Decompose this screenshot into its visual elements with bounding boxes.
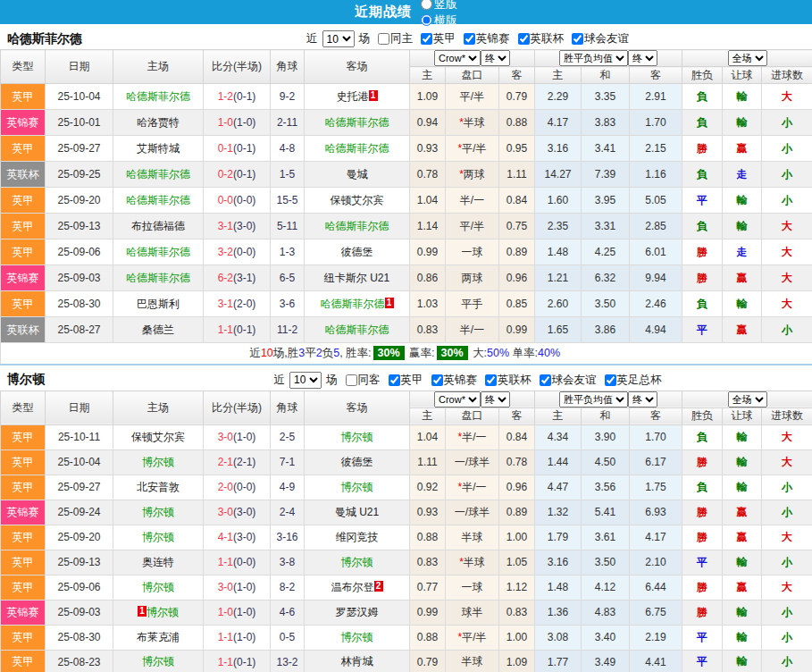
away-team-cell[interactable]: 林肯城 <box>305 650 410 672</box>
away-team-cell[interactable]: 博尔顿 <box>305 424 410 449</box>
away-team-cell[interactable]: 曼城 U21 <box>305 500 410 525</box>
team-link[interactable]: 布莱克浦 <box>137 631 180 643</box>
team-link[interactable]: 哈德斯菲尔德 <box>126 90 190 103</box>
match-count-select[interactable]: 10 <box>289 372 322 389</box>
odds-time-select[interactable]: 终 <box>481 391 510 407</box>
home-team-cell[interactable]: 哈德斯菲尔德 <box>113 188 204 214</box>
home-team-cell[interactable]: 哈德斯菲尔德 <box>113 84 204 110</box>
away-team-cell[interactable]: 博尔顿 <box>305 550 410 575</box>
home-team-cell[interactable]: 博尔顿 <box>113 650 204 672</box>
layout-radio[interactable] <box>421 0 432 10</box>
away-team-cell[interactable]: 纽卡斯尔 U21 <box>305 265 410 291</box>
home-team-cell[interactable]: 博尔顿 <box>113 500 204 525</box>
away-team-cell[interactable]: 维冈竞技 <box>305 525 410 550</box>
team-link[interactable]: 林肯城 <box>341 655 373 668</box>
team-link[interactable]: 哈德斯菲尔德 <box>321 298 385 310</box>
away-team-cell[interactable]: 哈德斯菲尔德 <box>305 214 410 239</box>
league-filter[interactable]: 英联杯 <box>480 373 532 388</box>
scope-select[interactable]: 全场 <box>728 391 767 407</box>
team-link[interactable]: 彼德堡 <box>341 456 373 468</box>
home-team-cell[interactable]: 艾斯特城 <box>113 136 204 162</box>
league-filter[interactable]: 英锦赛 <box>458 31 510 46</box>
team-link[interactable]: 奥连特 <box>142 556 174 568</box>
layout-radio-option[interactable]: 竖版 <box>415 0 457 13</box>
team-link[interactable]: 艾斯特城 <box>137 142 180 155</box>
team-link[interactable]: 哈德斯菲尔德 <box>126 194 190 206</box>
away-team-cell[interactable]: 博尔顿 <box>305 475 410 500</box>
team-link[interactable]: 保顿艾尔宾 <box>331 194 384 206</box>
layout-radio-option[interactable]: 横版 <box>415 13 457 29</box>
mean-type-select[interactable]: 胜平负均值 <box>559 50 628 66</box>
odds-time-select[interactable]: 终 <box>481 50 510 66</box>
league-filter-checkbox[interactable] <box>572 33 583 45</box>
away-team-cell[interactable]: 保顿艾尔宾 <box>305 188 410 214</box>
league-filter[interactable]: 球会友谊 <box>566 31 629 46</box>
league-filter-checkbox[interactable] <box>431 374 443 386</box>
home-team-cell[interactable]: 博尔顿 <box>113 449 204 475</box>
team-link[interactable]: 哈德斯菲尔德 <box>325 220 389 232</box>
home-team-cell[interactable]: 博尔顿 <box>113 525 204 550</box>
team-link[interactable]: 布拉德福德 <box>131 220 185 232</box>
team-link[interactable]: 博尔顿 <box>341 631 373 643</box>
mean-time-select[interactable]: 终 <box>628 391 657 407</box>
same-venue-checkbox[interactable] <box>378 33 389 45</box>
home-team-cell[interactable]: 巴恩斯利 <box>113 291 204 317</box>
home-team-cell[interactable]: 布拉德福德 <box>113 214 204 239</box>
home-team-cell[interactable]: 哈德斯菲尔德 <box>113 265 204 291</box>
team-link[interactable]: 曼城 <box>347 168 368 181</box>
league-filter-checkbox[interactable] <box>421 33 432 45</box>
same-venue-filter[interactable]: 同客 <box>340 373 381 388</box>
team-link[interactable]: 史托港 <box>337 90 369 103</box>
home-team-cell[interactable]: 保顿艾尔宾 <box>113 424 204 449</box>
away-team-cell[interactable]: 哈德斯菲尔德 <box>305 110 410 136</box>
away-team-cell[interactable]: 哈德斯菲尔德 <box>305 136 410 162</box>
away-team-cell[interactable]: 哈德斯菲尔德1 <box>305 291 410 317</box>
team-link[interactable]: 哈德斯菲尔德 <box>126 246 190 258</box>
team-link[interactable]: 博尔顿 <box>142 456 174 468</box>
league-filter-checkbox[interactable] <box>389 374 400 386</box>
league-filter[interactable]: 英联杯 <box>513 31 565 46</box>
mean-time-select[interactable]: 终 <box>628 50 657 66</box>
team-link[interactable]: 哈德斯菲尔德 <box>325 116 389 129</box>
odds-company-select[interactable]: Crow* <box>434 391 481 407</box>
team-link[interactable]: 保顿艾尔宾 <box>131 431 185 443</box>
league-filter-checkbox[interactable] <box>540 374 551 386</box>
league-filter[interactable]: 英甲 <box>383 373 423 388</box>
team-link[interactable]: 北安普敦 <box>137 481 180 493</box>
team-link[interactable]: 博尔顿 <box>142 506 174 518</box>
home-team-cell[interactable]: 哈洛贾特 <box>113 110 204 136</box>
league-filter[interactable]: 英甲 <box>415 31 456 46</box>
team-link[interactable]: 哈德斯菲尔德 <box>325 142 389 155</box>
team-link[interactable]: 维冈竞技 <box>336 531 379 543</box>
league-filter-checkbox[interactable] <box>518 33 530 45</box>
team-link[interactable]: 博尔顿 <box>146 606 179 618</box>
team-link[interactable]: 温布尔登 <box>331 581 374 593</box>
team-link[interactable]: 彼德堡 <box>341 246 373 258</box>
team-link[interactable]: 哈德斯菲尔德 <box>126 168 190 181</box>
layout-radio[interactable] <box>421 14 432 26</box>
league-filter[interactable]: 英足总杯 <box>599 373 662 388</box>
team-link[interactable]: 博尔顿 <box>142 531 174 543</box>
home-team-cell[interactable]: 北安普敦 <box>113 475 204 500</box>
team-link[interactable]: 博尔顿 <box>341 556 373 568</box>
home-team-cell[interactable]: 桑德兰 <box>113 317 204 343</box>
match-count-select[interactable]: 10 <box>322 30 355 47</box>
same-venue-checkbox[interactable] <box>346 374 357 386</box>
away-team-cell[interactable]: 罗瑟汉姆 <box>305 600 410 625</box>
team-link[interactable]: 博尔顿 <box>341 431 373 443</box>
away-team-cell[interactable]: 曼城 <box>305 162 410 188</box>
team-link[interactable]: 罗瑟汉姆 <box>336 606 379 618</box>
team-link[interactable]: 巴恩斯利 <box>137 298 180 310</box>
team-link[interactable]: 博尔顿 <box>341 481 373 493</box>
league-filter-checkbox[interactable] <box>605 374 616 386</box>
scope-select[interactable]: 全场 <box>728 50 767 66</box>
away-team-cell[interactable]: 史托港1 <box>305 84 410 110</box>
team-link[interactable]: 哈德斯菲尔德 <box>126 272 190 284</box>
team-link[interactable]: 纽卡斯尔 U21 <box>324 272 389 284</box>
team-link[interactable]: 曼城 U21 <box>335 506 379 518</box>
away-team-cell[interactable]: 哈德斯菲尔德 <box>305 317 410 343</box>
home-team-cell[interactable]: 博尔顿 <box>113 575 204 600</box>
team-link[interactable]: 哈洛贾特 <box>137 116 180 129</box>
away-team-cell[interactable]: 博尔顿 <box>305 625 410 650</box>
away-team-cell[interactable]: 彼德堡 <box>305 239 410 265</box>
